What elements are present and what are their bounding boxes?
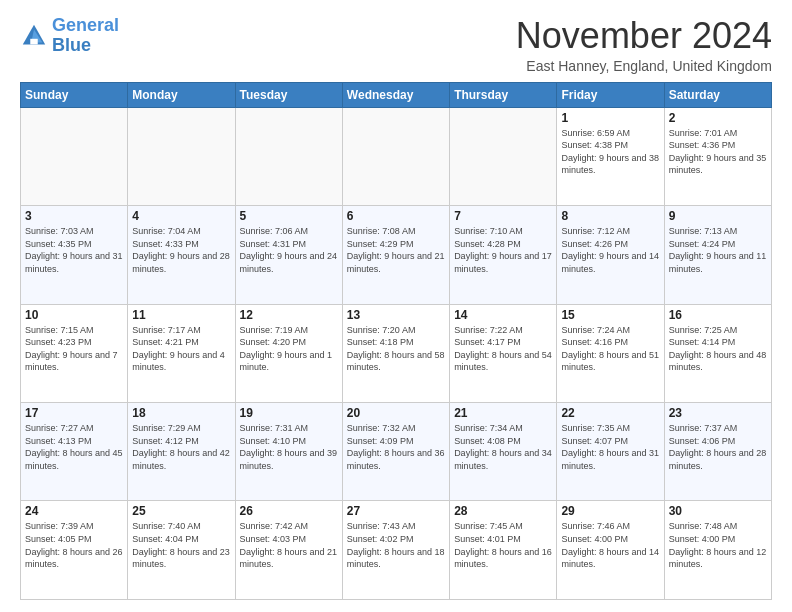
day-number: 27 (347, 504, 445, 518)
calendar-cell: 13 Sunrise: 7:20 AMSunset: 4:18 PMDaylig… (342, 304, 449, 402)
day-info: Sunrise: 7:08 AMSunset: 4:29 PMDaylight:… (347, 226, 445, 274)
calendar-cell (450, 107, 557, 205)
day-number: 30 (669, 504, 767, 518)
svg-rect-2 (30, 39, 37, 45)
calendar-cell: 2 Sunrise: 7:01 AMSunset: 4:36 PMDayligh… (664, 107, 771, 205)
calendar-cell (235, 107, 342, 205)
calendar-cell: 29 Sunrise: 7:46 AMSunset: 4:00 PMDaylig… (557, 501, 664, 600)
day-info: Sunrise: 7:48 AMSunset: 4:00 PMDaylight:… (669, 521, 767, 569)
day-number: 9 (669, 209, 767, 223)
col-thursday: Thursday (450, 82, 557, 107)
col-friday: Friday (557, 82, 664, 107)
calendar-cell: 22 Sunrise: 7:35 AMSunset: 4:07 PMDaylig… (557, 403, 664, 501)
calendar-week-row: 10 Sunrise: 7:15 AMSunset: 4:23 PMDaylig… (21, 304, 772, 402)
col-monday: Monday (128, 82, 235, 107)
logo: General Blue (20, 16, 119, 56)
day-number: 10 (25, 308, 123, 322)
logo-text: General Blue (52, 16, 119, 56)
day-number: 3 (25, 209, 123, 223)
day-info: Sunrise: 7:10 AMSunset: 4:28 PMDaylight:… (454, 226, 552, 274)
day-number: 6 (347, 209, 445, 223)
day-info: Sunrise: 7:25 AMSunset: 4:14 PMDaylight:… (669, 325, 767, 373)
calendar-cell: 28 Sunrise: 7:45 AMSunset: 4:01 PMDaylig… (450, 501, 557, 600)
day-info: Sunrise: 7:32 AMSunset: 4:09 PMDaylight:… (347, 423, 445, 471)
day-number: 22 (561, 406, 659, 420)
calendar-cell: 1 Sunrise: 6:59 AMSunset: 4:38 PMDayligh… (557, 107, 664, 205)
day-info: Sunrise: 7:31 AMSunset: 4:10 PMDaylight:… (240, 423, 338, 471)
day-number: 5 (240, 209, 338, 223)
calendar-cell: 12 Sunrise: 7:19 AMSunset: 4:20 PMDaylig… (235, 304, 342, 402)
day-number: 21 (454, 406, 552, 420)
month-title: November 2024 (516, 16, 772, 56)
calendar-week-row: 24 Sunrise: 7:39 AMSunset: 4:05 PMDaylig… (21, 501, 772, 600)
day-info: Sunrise: 6:59 AMSunset: 4:38 PMDaylight:… (561, 128, 659, 176)
calendar-week-row: 17 Sunrise: 7:27 AMSunset: 4:13 PMDaylig… (21, 403, 772, 501)
day-info: Sunrise: 7:43 AMSunset: 4:02 PMDaylight:… (347, 521, 445, 569)
col-saturday: Saturday (664, 82, 771, 107)
day-info: Sunrise: 7:01 AMSunset: 4:36 PMDaylight:… (669, 128, 767, 176)
day-number: 7 (454, 209, 552, 223)
day-info: Sunrise: 7:34 AMSunset: 4:08 PMDaylight:… (454, 423, 552, 471)
day-info: Sunrise: 7:37 AMSunset: 4:06 PMDaylight:… (669, 423, 767, 471)
calendar-header-row: Sunday Monday Tuesday Wednesday Thursday… (21, 82, 772, 107)
day-number: 2 (669, 111, 767, 125)
day-number: 20 (347, 406, 445, 420)
day-info: Sunrise: 7:46 AMSunset: 4:00 PMDaylight:… (561, 521, 659, 569)
day-number: 14 (454, 308, 552, 322)
calendar-cell: 14 Sunrise: 7:22 AMSunset: 4:17 PMDaylig… (450, 304, 557, 402)
calendar-cell (21, 107, 128, 205)
calendar-cell: 9 Sunrise: 7:13 AMSunset: 4:24 PMDayligh… (664, 206, 771, 304)
day-number: 4 (132, 209, 230, 223)
calendar-week-row: 3 Sunrise: 7:03 AMSunset: 4:35 PMDayligh… (21, 206, 772, 304)
day-number: 29 (561, 504, 659, 518)
day-number: 15 (561, 308, 659, 322)
logo-icon (20, 22, 48, 50)
day-number: 26 (240, 504, 338, 518)
day-info: Sunrise: 7:39 AMSunset: 4:05 PMDaylight:… (25, 521, 123, 569)
day-info: Sunrise: 7:04 AMSunset: 4:33 PMDaylight:… (132, 226, 230, 274)
day-number: 25 (132, 504, 230, 518)
calendar-cell: 20 Sunrise: 7:32 AMSunset: 4:09 PMDaylig… (342, 403, 449, 501)
day-info: Sunrise: 7:17 AMSunset: 4:21 PMDaylight:… (132, 325, 225, 373)
calendar-table: Sunday Monday Tuesday Wednesday Thursday… (20, 82, 772, 600)
calendar-week-row: 1 Sunrise: 6:59 AMSunset: 4:38 PMDayligh… (21, 107, 772, 205)
day-number: 11 (132, 308, 230, 322)
day-info: Sunrise: 7:27 AMSunset: 4:13 PMDaylight:… (25, 423, 123, 471)
calendar-cell: 25 Sunrise: 7:40 AMSunset: 4:04 PMDaylig… (128, 501, 235, 600)
calendar-cell: 8 Sunrise: 7:12 AMSunset: 4:26 PMDayligh… (557, 206, 664, 304)
calendar-cell: 23 Sunrise: 7:37 AMSunset: 4:06 PMDaylig… (664, 403, 771, 501)
calendar-cell (342, 107, 449, 205)
calendar-cell: 15 Sunrise: 7:24 AMSunset: 4:16 PMDaylig… (557, 304, 664, 402)
calendar-cell: 18 Sunrise: 7:29 AMSunset: 4:12 PMDaylig… (128, 403, 235, 501)
calendar-cell: 30 Sunrise: 7:48 AMSunset: 4:00 PMDaylig… (664, 501, 771, 600)
calendar-cell: 27 Sunrise: 7:43 AMSunset: 4:02 PMDaylig… (342, 501, 449, 600)
header: General Blue November 2024 East Hanney, … (20, 16, 772, 74)
day-info: Sunrise: 7:13 AMSunset: 4:24 PMDaylight:… (669, 226, 767, 274)
day-number: 28 (454, 504, 552, 518)
day-info: Sunrise: 7:12 AMSunset: 4:26 PMDaylight:… (561, 226, 659, 274)
calendar-cell: 19 Sunrise: 7:31 AMSunset: 4:10 PMDaylig… (235, 403, 342, 501)
location: East Hanney, England, United Kingdom (516, 58, 772, 74)
day-number: 8 (561, 209, 659, 223)
day-number: 13 (347, 308, 445, 322)
col-sunday: Sunday (21, 82, 128, 107)
calendar-cell: 21 Sunrise: 7:34 AMSunset: 4:08 PMDaylig… (450, 403, 557, 501)
calendar-cell: 7 Sunrise: 7:10 AMSunset: 4:28 PMDayligh… (450, 206, 557, 304)
day-number: 19 (240, 406, 338, 420)
day-number: 12 (240, 308, 338, 322)
day-info: Sunrise: 7:19 AMSunset: 4:20 PMDaylight:… (240, 325, 333, 373)
day-number: 18 (132, 406, 230, 420)
calendar-cell: 4 Sunrise: 7:04 AMSunset: 4:33 PMDayligh… (128, 206, 235, 304)
col-tuesday: Tuesday (235, 82, 342, 107)
calendar-cell: 3 Sunrise: 7:03 AMSunset: 4:35 PMDayligh… (21, 206, 128, 304)
day-number: 23 (669, 406, 767, 420)
day-number: 24 (25, 504, 123, 518)
day-number: 17 (25, 406, 123, 420)
day-info: Sunrise: 7:06 AMSunset: 4:31 PMDaylight:… (240, 226, 338, 274)
calendar-cell: 17 Sunrise: 7:27 AMSunset: 4:13 PMDaylig… (21, 403, 128, 501)
calendar-cell: 26 Sunrise: 7:42 AMSunset: 4:03 PMDaylig… (235, 501, 342, 600)
calendar-cell: 24 Sunrise: 7:39 AMSunset: 4:05 PMDaylig… (21, 501, 128, 600)
day-number: 16 (669, 308, 767, 322)
title-block: November 2024 East Hanney, England, Unit… (516, 16, 772, 74)
day-info: Sunrise: 7:03 AMSunset: 4:35 PMDaylight:… (25, 226, 123, 274)
